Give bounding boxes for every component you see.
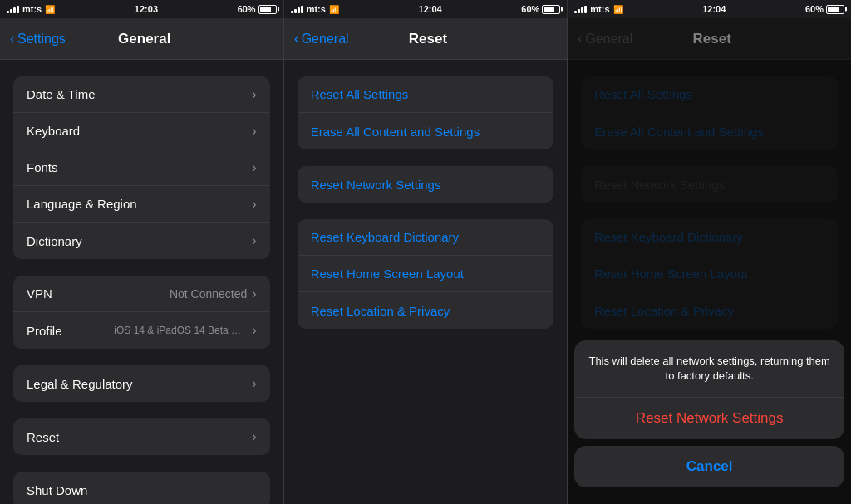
carrier-1: mt:s bbox=[22, 4, 42, 14]
nav-title-reset: Reset bbox=[349, 31, 508, 47]
signal-icon-2 bbox=[291, 5, 303, 13]
battery-percent-2: 60% bbox=[521, 4, 539, 14]
reset-location-btn[interactable]: Reset Location & Privacy bbox=[298, 292, 554, 329]
wifi-icon-3: 📶 bbox=[613, 5, 623, 14]
vpn-profile-group: VPN Not Connected › Profile iOS 14 & iPa… bbox=[13, 276, 270, 349]
profile-right: iOS 14 & iPadOS 14 Beta Softwa... › bbox=[114, 323, 256, 338]
time-1: 12:03 bbox=[135, 4, 158, 14]
reset-group-1: Reset All Settings Erase All Content and… bbox=[298, 76, 554, 149]
navbar-reset: ‹ General Reset bbox=[284, 18, 568, 60]
reset-keyboard-btn[interactable]: Reset Keyboard Dictionary bbox=[298, 219, 554, 256]
chevron-legal: › bbox=[252, 376, 256, 391]
reset-group: Reset › bbox=[13, 418, 270, 455]
chevron-reset: › bbox=[252, 429, 256, 444]
alert-box: This will delete all network settings, r… bbox=[574, 340, 844, 439]
list-item-datetime[interactable]: Date & Time › bbox=[13, 76, 270, 113]
alert-confirm-btn[interactable]: Reset Network Settings bbox=[574, 398, 844, 439]
battery-icon-2 bbox=[542, 5, 560, 14]
alert-message: This will delete all network settings, r… bbox=[574, 340, 844, 398]
reset-homescreen-btn[interactable]: Reset Home Screen Layout bbox=[298, 256, 554, 292]
reset-all-settings-btn[interactable]: Reset All Settings bbox=[298, 76, 554, 113]
list-item-vpn[interactable]: VPN Not Connected › bbox=[13, 276, 270, 312]
chevron-keyboard: › bbox=[252, 124, 256, 139]
signal-icon-1 bbox=[7, 5, 19, 13]
reset-list: Reset All Settings Erase All Content and… bbox=[284, 60, 568, 504]
shutdown-group: Shut Down bbox=[13, 472, 270, 504]
chevron-vpn: › bbox=[252, 286, 256, 301]
screens: ‹ Settings General Date & Time › Keyboar… bbox=[0, 18, 851, 504]
status-panel-2: mt:s 📶 12:04 60% bbox=[284, 0, 568, 18]
alert-cancel-btn[interactable]: Cancel bbox=[574, 446, 844, 487]
wifi-icon-2: 📶 bbox=[329, 5, 339, 14]
battery-percent-1: 60% bbox=[238, 4, 256, 14]
reset-group-3: Reset Keyboard Dictionary Reset Home Scr… bbox=[298, 219, 554, 329]
panel-reset: ‹ General Reset Reset All Settings Erase… bbox=[284, 18, 568, 504]
back-chevron-2: ‹ bbox=[294, 30, 299, 47]
time-3: 12:04 bbox=[702, 4, 726, 14]
back-label-2: General bbox=[302, 32, 349, 46]
alert-cancel-box: Cancel bbox=[574, 446, 844, 487]
list-item-fonts[interactable]: Fonts › bbox=[13, 149, 270, 186]
chevron-profile: › bbox=[252, 323, 256, 338]
list-item-dictionary[interactable]: Dictionary › bbox=[13, 223, 270, 259]
battery-icon-1 bbox=[258, 5, 277, 14]
panel-general: ‹ Settings General Date & Time › Keyboar… bbox=[0, 18, 284, 504]
signal-icon-3 bbox=[574, 5, 587, 13]
panel-reset-alert: ‹ General Reset Reset All Settings Erase… bbox=[568, 18, 851, 504]
general-items-group: Date & Time › Keyboard › Fonts › Languag… bbox=[13, 76, 270, 259]
list-item-language[interactable]: Language & Region › bbox=[13, 186, 270, 223]
nav-title-general: General bbox=[66, 31, 224, 47]
status-panel-3: mt:s 📶 12:04 60% bbox=[568, 0, 851, 18]
navbar-general: ‹ Settings General bbox=[0, 18, 283, 60]
legal-group: Legal & Regulatory › bbox=[13, 365, 270, 402]
vpn-right: Not Connected › bbox=[170, 286, 257, 301]
carrier-3: mt:s bbox=[590, 4, 609, 14]
carrier-2: mt:s bbox=[307, 4, 326, 14]
battery-icon-3 bbox=[826, 5, 844, 14]
time-2: 12:04 bbox=[419, 4, 442, 14]
chevron-dictionary: › bbox=[252, 233, 256, 248]
status-bar-row: mt:s 📶 12:03 60% mt:s 📶 12:04 60% bbox=[0, 0, 851, 18]
back-chevron-1: ‹ bbox=[10, 30, 15, 47]
back-label-1: Settings bbox=[17, 32, 66, 46]
list-item-profile[interactable]: Profile iOS 14 & iPadOS 14 Beta Softwa..… bbox=[13, 312, 270, 349]
alert-gap bbox=[574, 439, 844, 446]
battery-percent-3: 60% bbox=[805, 4, 824, 14]
reset-group-2: Reset Network Settings bbox=[298, 166, 554, 203]
reset-network-btn[interactable]: Reset Network Settings bbox=[298, 166, 554, 203]
alert-overlay: This will delete all network settings, r… bbox=[568, 18, 851, 504]
list-item-shutdown[interactable]: Shut Down bbox=[13, 472, 270, 504]
back-to-general[interactable]: ‹ General bbox=[294, 30, 349, 47]
erase-all-btn[interactable]: Erase All Content and Settings bbox=[298, 113, 554, 149]
chevron-language: › bbox=[252, 197, 256, 212]
chevron-datetime: › bbox=[252, 87, 256, 102]
list-item-legal[interactable]: Legal & Regulatory › bbox=[13, 365, 270, 402]
general-list: Date & Time › Keyboard › Fonts › Languag… bbox=[0, 60, 283, 504]
list-item-reset[interactable]: Reset › bbox=[13, 418, 270, 455]
status-panel-1: mt:s 📶 12:03 60% bbox=[0, 0, 284, 18]
wifi-icon-1: 📶 bbox=[45, 5, 55, 14]
back-to-settings[interactable]: ‹ Settings bbox=[10, 30, 66, 47]
list-item-keyboard[interactable]: Keyboard › bbox=[13, 113, 270, 149]
chevron-fonts: › bbox=[252, 160, 256, 175]
